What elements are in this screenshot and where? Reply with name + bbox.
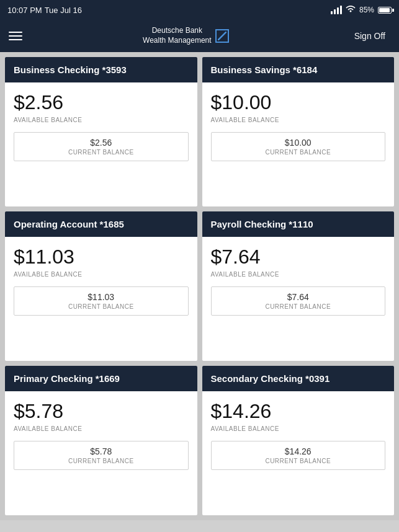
current-label-1: CURRENT BALANCE	[217, 149, 380, 156]
available-label-0: AVAILABLE BALANCE	[14, 117, 189, 123]
status-bar-right: 85%	[331, 6, 392, 15]
current-label-5: CURRENT BALANCE	[217, 458, 380, 464]
current-balance-box-3: $7.64 CURRENT BALANCE	[211, 286, 386, 316]
signal-icon	[331, 6, 342, 14]
logo-line1: Deutsche Bank	[152, 26, 202, 36]
current-label-2: CURRENT BALANCE	[19, 303, 183, 310]
available-amount-2: $11.03	[14, 246, 189, 268]
account-card-primary-checking-1669[interactable]: Primary Checking *1669 $5.78 AVAILABLE B…	[5, 366, 197, 515]
card-header-4: Primary Checking *1669	[5, 366, 197, 391]
available-amount-0: $2.56	[14, 91, 189, 114]
battery-icon	[378, 7, 392, 14]
bank-name: Deutsche Bank Wealth Management	[143, 26, 212, 45]
current-amount-5: $14.26	[217, 446, 380, 456]
current-label-3: CURRENT BALANCE	[217, 303, 380, 310]
card-body-4: $5.78 AVAILABLE BALANCE $5.78 CURRENT BA…	[5, 391, 197, 515]
current-balance-box-2: $11.03 CURRENT BALANCE	[14, 286, 189, 316]
card-header-5: Secondary Checking *0391	[202, 366, 395, 391]
current-balance-box-4: $5.78 CURRENT BALANCE	[14, 441, 189, 470]
current-amount-2: $11.03	[19, 292, 183, 302]
available-amount-1: $10.00	[211, 91, 386, 114]
time-display: 10:07 PM	[7, 6, 42, 15]
svg-line-0	[218, 32, 226, 40]
date-display: Tue Jul 16	[45, 6, 82, 15]
status-bar: 10:07 PM Tue Jul 16 85%	[0, 0, 399, 20]
card-header-3: Payroll Checking *1110	[202, 211, 395, 237]
card-body-0: $2.56 AVAILABLE BALANCE $2.56 CURRENT BA…	[5, 82, 197, 206]
logo-line2: Wealth Management	[143, 36, 212, 46]
card-body-3: $7.64 AVAILABLE BALANCE $7.64 CURRENT BA…	[202, 237, 395, 361]
card-header-2: Operating Account *1685	[5, 211, 197, 237]
card-header-1: Business Savings *6184	[202, 57, 395, 82]
available-amount-5: $14.26	[211, 400, 386, 423]
available-label-5: AVAILABLE BALANCE	[211, 425, 386, 432]
account-card-operating-account-1685[interactable]: Operating Account *1685 $11.03 AVAILABLE…	[5, 211, 197, 361]
current-balance-box-5: $14.26 CURRENT BALANCE	[211, 441, 386, 470]
nav-bar: Deutsche Bank Wealth Management Sign Off	[0, 20, 399, 52]
current-label-4: CURRENT BALANCE	[19, 458, 183, 464]
card-header-0: Business Checking *3593	[5, 57, 197, 82]
sign-off-button[interactable]: Sign Off	[349, 29, 390, 43]
card-body-2: $11.03 AVAILABLE BALANCE $11.03 CURRENT …	[5, 237, 197, 361]
available-amount-4: $5.78	[14, 400, 189, 423]
current-balance-box-1: $10.00 CURRENT BALANCE	[211, 132, 386, 161]
wifi-icon	[346, 6, 356, 15]
accounts-grid: Business Checking *3593 $2.56 AVAILABLE …	[0, 52, 399, 520]
status-bar-left: 10:07 PM Tue Jul 16	[7, 6, 82, 15]
card-body-1: $10.00 AVAILABLE BALANCE $10.00 CURRENT …	[202, 82, 395, 206]
deutsche-bank-logo-box	[215, 29, 229, 43]
battery-display: 85%	[359, 6, 374, 14]
available-label-4: AVAILABLE BALANCE	[14, 425, 189, 432]
available-label-1: AVAILABLE BALANCE	[211, 117, 386, 123]
account-card-secondary-checking-0391[interactable]: Secondary Checking *0391 $14.26 AVAILABL…	[202, 366, 395, 515]
account-card-business-savings-6184[interactable]: Business Savings *6184 $10.00 AVAILABLE …	[202, 57, 395, 206]
available-label-2: AVAILABLE BALANCE	[14, 271, 189, 278]
available-label-3: AVAILABLE BALANCE	[211, 271, 386, 278]
current-amount-4: $5.78	[19, 446, 183, 456]
current-amount-3: $7.64	[217, 292, 380, 302]
app-logo: Deutsche Bank Wealth Management	[143, 26, 229, 45]
available-amount-3: $7.64	[211, 246, 386, 268]
menu-button[interactable]	[9, 32, 22, 40]
current-amount-0: $2.56	[19, 138, 183, 148]
current-balance-box-0: $2.56 CURRENT BALANCE	[14, 132, 189, 161]
account-card-business-checking-3593[interactable]: Business Checking *3593 $2.56 AVAILABLE …	[5, 57, 197, 206]
account-card-payroll-checking-1110[interactable]: Payroll Checking *1110 $7.64 AVAILABLE B…	[202, 211, 395, 361]
card-body-5: $14.26 AVAILABLE BALANCE $14.26 CURRENT …	[202, 391, 395, 515]
current-label-0: CURRENT BALANCE	[19, 149, 183, 156]
current-amount-1: $10.00	[217, 138, 380, 148]
